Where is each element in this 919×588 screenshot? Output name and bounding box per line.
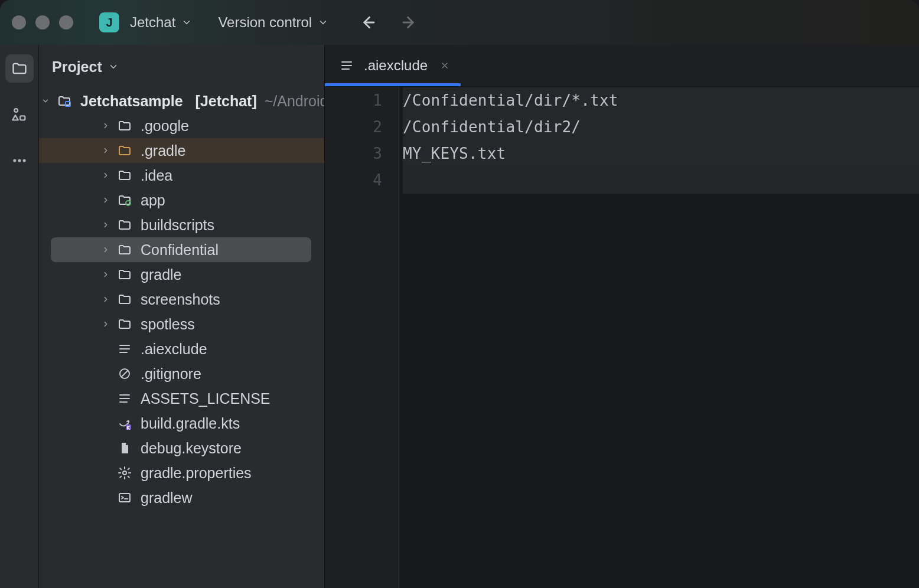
- folder-icon: [116, 216, 133, 234]
- nav-back-button[interactable]: [359, 14, 377, 31]
- tree-root[interactable]: Jetchatsample [Jetchat] ~/AndroidSt: [39, 89, 324, 113]
- project-selector[interactable]: Jetchat: [128, 11, 194, 34]
- tree-file[interactable]: debug.keystore: [39, 436, 324, 460]
- tree-item-label: .google: [141, 117, 189, 135]
- close-icon[interactable]: [436, 57, 454, 74]
- folder-icon: [116, 166, 133, 184]
- line-number: 1: [325, 87, 399, 114]
- tree-folder[interactable]: app: [39, 188, 324, 213]
- chevron-right-icon[interactable]: [99, 268, 112, 281]
- root-suffix: [Jetchat]: [195, 93, 257, 109]
- svg-point-4: [18, 159, 21, 162]
- module-icon: [116, 191, 133, 209]
- gradle-kts-icon: [116, 414, 133, 432]
- code-line[interactable]: /Confidential/dir2/: [403, 114, 919, 141]
- project-badge-icon: J: [99, 12, 119, 32]
- chevron-down-icon[interactable]: [39, 94, 52, 107]
- version-control-label: Version control: [218, 14, 312, 31]
- project-panel-header[interactable]: Project: [39, 45, 324, 89]
- chevron-down-icon: [181, 17, 192, 28]
- tree-item-label: .gitignore: [141, 365, 201, 383]
- folder-icon: [116, 241, 133, 259]
- code-editor[interactable]: 1234 /Confidential/dir/*.txt/Confidentia…: [325, 86, 919, 588]
- version-control-menu[interactable]: Version control: [216, 11, 331, 34]
- ignore-icon: [116, 365, 133, 383]
- text-file-icon: [116, 340, 133, 358]
- tree-file[interactable]: gradle.properties: [39, 460, 324, 485]
- folder-icon: [116, 266, 133, 283]
- tree-item-label: buildscripts: [141, 217, 214, 234]
- folder-icon: [116, 117, 133, 135]
- svg-rect-11: [119, 494, 130, 502]
- svg-rect-1: [20, 116, 25, 120]
- tree-folder[interactable]: .google: [39, 113, 324, 138]
- root-path-hint: ~/AndroidSt: [265, 93, 324, 109]
- gear-icon: [116, 464, 133, 482]
- code-line[interactable]: [403, 167, 919, 194]
- tree-folder[interactable]: Confidential: [51, 237, 311, 262]
- root-name: Jetchatsample: [80, 93, 183, 109]
- chevron-right-icon[interactable]: [99, 218, 112, 231]
- project-panel: Project Jetchatsample [Jetchat] ~/A: [39, 45, 325, 588]
- line-number: 3: [325, 141, 399, 167]
- minimize-window[interactable]: [35, 15, 50, 30]
- shell-icon: [116, 489, 133, 507]
- text-file-icon: [338, 57, 356, 74]
- svg-marker-2: [12, 115, 18, 120]
- tree-folder[interactable]: .gradle: [39, 138, 324, 163]
- code-line[interactable]: /Confidential/dir/*.txt: [403, 87, 919, 114]
- tree-folder[interactable]: buildscripts: [39, 213, 324, 237]
- tree-item-label: build.gradle.kts: [141, 415, 240, 432]
- nav-arrows: [359, 14, 418, 31]
- tree-item-label: ASSETS_LICENSE: [141, 390, 271, 407]
- chevron-right-icon[interactable]: [99, 318, 112, 331]
- active-tab-indicator: [325, 83, 461, 86]
- tree-folder[interactable]: .idea: [39, 163, 324, 188]
- tree-item-label: gradle: [141, 266, 182, 283]
- chevron-down-icon: [108, 61, 119, 72]
- tree-file[interactable]: ASSETS_LICENSE: [39, 386, 324, 411]
- project-tool-button[interactable]: [5, 54, 34, 83]
- nav-forward-button[interactable]: [400, 14, 418, 31]
- tree-item-label: debug.keystore: [141, 440, 242, 457]
- zoom-window[interactable]: [59, 15, 73, 30]
- project-tree[interactable]: Jetchatsample [Jetchat] ~/AndroidSt .goo…: [39, 89, 324, 588]
- project-name-label: Jetchat: [130, 14, 175, 31]
- chevron-right-icon[interactable]: [99, 119, 112, 132]
- close-window[interactable]: [12, 15, 26, 30]
- tree-file[interactable]: .aiexclude: [39, 337, 324, 361]
- chevron-down-icon: [318, 17, 328, 28]
- chevron-right-icon[interactable]: [99, 169, 112, 182]
- code-line[interactable]: MY_KEYS.txt: [403, 141, 919, 167]
- project-view-title: Project: [52, 58, 102, 76]
- editor-tab-aiexclude[interactable]: .aiexclude: [325, 45, 461, 86]
- chevron-right-icon[interactable]: [99, 243, 112, 256]
- svg-point-5: [22, 159, 25, 162]
- file-icon: [116, 439, 133, 457]
- tree-folder[interactable]: gradle: [39, 262, 324, 287]
- editor-tabstrip: .aiexclude: [325, 45, 919, 86]
- svg-point-3: [13, 159, 16, 162]
- more-tools-button[interactable]: [5, 146, 34, 175]
- titlebar: J Jetchat Version control: [0, 0, 919, 45]
- chevron-right-icon[interactable]: [99, 293, 112, 306]
- structure-tool-button[interactable]: [5, 100, 34, 129]
- editor-area: .aiexclude 1234 /Confidential/dir/*.txt/…: [325, 45, 919, 588]
- chevron-right-icon[interactable]: [99, 144, 112, 157]
- text-file-icon: [116, 390, 133, 407]
- svg-point-0: [14, 109, 18, 112]
- tree-item-label: screenshots: [141, 291, 220, 308]
- tree-file[interactable]: .gitignore: [39, 361, 324, 386]
- line-number: 2: [325, 114, 399, 141]
- tree-folder[interactable]: spotless: [39, 312, 324, 337]
- module-root-icon: [56, 92, 73, 110]
- tree-item-label: .gradle: [141, 142, 185, 159]
- gutter: 1234: [325, 86, 399, 588]
- tree-item-label: gradlew: [141, 489, 193, 507]
- chevron-right-icon[interactable]: [99, 194, 112, 207]
- tree-item-label: Confidential: [141, 241, 219, 259]
- window-controls: [12, 15, 73, 30]
- tree-file[interactable]: build.gradle.kts: [39, 411, 324, 436]
- tree-folder[interactable]: screenshots: [39, 287, 324, 312]
- tree-file[interactable]: gradlew: [39, 485, 324, 510]
